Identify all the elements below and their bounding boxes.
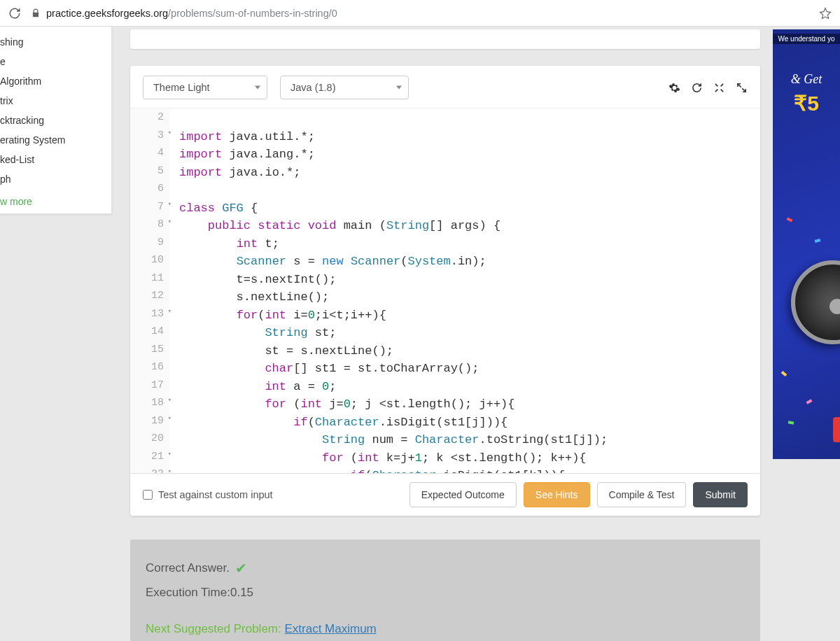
browser-address-bar: practice.geeksforgeeks.org/problems/sum-… [0,0,840,27]
custom-input-toggle[interactable]: Test against custom input [143,489,273,500]
custom-input-label: Test against custom input [158,489,273,500]
sidebar-item[interactable]: Algorithm [0,71,111,91]
editor-toolbar: Theme Light Java (1.8) [130,66,760,108]
ad-banner[interactable]: We understand yo & Get ₹5 [773,29,840,459]
code-editor-card: Theme Light Java (1.8) 23456789101112131… [130,66,760,516]
exec-time-value: 0.15 [230,586,253,599]
exec-time-label: Execution Time: [146,586,230,599]
bookmark-star-icon[interactable] [819,7,832,20]
result-card: Correct Answer. ✔ Execution Time:0.15 Ne… [130,540,760,641]
language-select[interactable]: Java (1.8) [280,76,409,99]
submit-button[interactable]: Submit [693,482,748,507]
ad-get-text: & Get [773,72,840,87]
custom-input-checkbox[interactable] [143,490,153,500]
sidebar-item[interactable]: e [0,52,111,71]
confetti-graphic [788,421,794,424]
reset-icon[interactable] [690,81,703,94]
check-icon: ✔ [235,555,247,582]
reload-icon[interactable] [8,7,21,20]
confetti-graphic [781,371,788,376]
expected-outcome-button[interactable]: Expected Outcome [410,482,517,507]
next-problem-link[interactable]: Extract Maximum [284,622,376,635]
sidebar-show-more[interactable]: w more [0,189,111,211]
line-gutter: 23456789101112131415161718192021222324 [130,108,169,473]
main-column: Theme Light Java (1.8) 23456789101112131… [112,27,773,641]
topic-sidebar: shing e Algorithm trix cktracking eratin… [0,27,112,214]
confetti-graphic [815,239,821,243]
lock-icon [31,8,41,18]
problem-header-card [130,29,760,49]
next-problem-label: Next Suggested Problem: [146,622,281,635]
url-host: practice.geeksforgeeks.org [46,8,168,19]
ad-cta-icon [833,417,840,442]
confetti-graphic [806,399,813,404]
ad-price: ₹5 [773,91,840,115]
see-hints-button[interactable]: See Hints [524,482,590,507]
ad-tagline: We understand yo [773,34,840,44]
sidebar-item[interactable]: trix [0,91,111,111]
url-path: /problems/sum-of-numbers-in-string/0 [168,8,337,19]
sidebar-item[interactable]: ked-List [0,150,111,169]
result-status: Correct Answer. [146,557,230,579]
sidebar-item[interactable]: erating System [0,130,111,150]
film-reel-graphic [791,260,840,344]
confetti-graphic [787,217,793,222]
fullscreen-icon[interactable] [735,81,748,94]
theme-select[interactable]: Theme Light [143,76,267,99]
sidebar-item[interactable]: ph [0,169,111,189]
sidebar-item[interactable]: cktracking [0,111,111,130]
settings-gear-icon[interactable] [668,81,680,94]
url-display[interactable]: practice.geeksforgeeks.org/problems/sum-… [31,8,809,19]
code-body[interactable]: import java.util.*;import java.lang.*;im… [169,108,760,473]
sidebar-item[interactable]: shing [0,32,111,52]
code-editor[interactable]: 23456789101112131415161718192021222324 i… [130,108,760,473]
editor-footer: Test against custom input Expected Outco… [130,473,760,516]
compile-test-button[interactable]: Compile & Test [597,482,687,507]
expand-icon[interactable] [713,81,725,94]
